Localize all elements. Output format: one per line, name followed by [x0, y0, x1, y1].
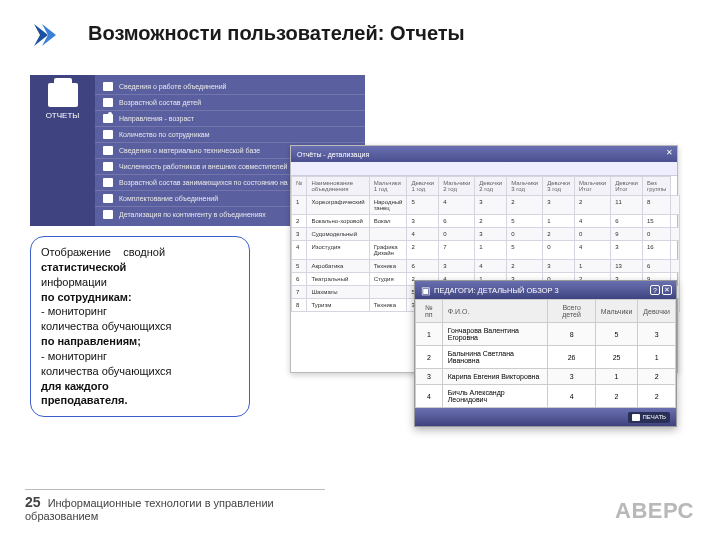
small-title: ПЕДАГОГИ: ДЕТАЛЬНЫЙ ОБЗОР 3 [434, 286, 559, 295]
printer-icon [103, 178, 113, 187]
wide-titlebar: Отчёты - детализация ✕ [291, 146, 677, 162]
wide-toolbar [291, 162, 677, 176]
report-item[interactable]: Направления - возраст [95, 111, 365, 127]
printer-icon [103, 82, 113, 91]
report-item[interactable]: Возрастной состав детей [95, 95, 365, 111]
footer-text: Информационные технологии в управлении о… [25, 497, 274, 522]
report-item-label: Детализация по контингенту в объединения… [119, 211, 266, 218]
report-item-label: Сведения о материально технической базе [119, 147, 260, 154]
page-title: Возможности пользователей: Отчеты [88, 22, 465, 45]
small-table: № ппФ.И.О.Всего детейМальчикиДевочки 1Го… [415, 299, 676, 408]
callout-text: Отображение [41, 246, 111, 258]
printer-icon [103, 130, 113, 139]
table-header: Мальчики Итог [575, 177, 611, 196]
table-header: Мальчики 1 год [369, 177, 407, 196]
table-header: Девочки 1 год [407, 177, 439, 196]
table-header: Мальчики 2 год [439, 177, 475, 196]
printer-icon [103, 162, 113, 171]
reports-label: ОТЧЕТЫ [46, 111, 80, 120]
report-item-label: Возрастной состав детей [119, 99, 201, 106]
reports-sidebar: ОТЧЕТЫ [30, 75, 95, 226]
report-item[interactable]: Сведения о работе объединений [95, 79, 365, 95]
wide-title: Отчёты - детализация [297, 151, 369, 158]
table-header: Девочки [638, 300, 676, 323]
slide-chevron-icon [30, 20, 60, 50]
report-item-label: Количество по сотрудникам [119, 131, 210, 138]
table-row: 2Балынина Светлана Ивановна26251 [416, 346, 676, 369]
description-callout: Отображение сводной статистической инфор… [30, 236, 250, 417]
table-row: 1ХореографическийНародный танец543232118 [292, 196, 680, 215]
printer-icon [48, 83, 78, 107]
report-item-label: Сведения о работе объединений [119, 83, 227, 90]
printer-icon [103, 146, 113, 155]
table-header: Девочки Итог [611, 177, 643, 196]
printer-icon [103, 194, 113, 203]
table-header: Ф.И.О. [442, 300, 548, 323]
table-header: Мальчики 3 год [507, 177, 543, 196]
table-header: Всего детей [548, 300, 595, 323]
report-item-label: Возрастной состав занимающихся по состоя… [119, 179, 288, 186]
table-header: Без группы [642, 177, 670, 196]
printer-icon [103, 210, 113, 219]
printer-icon [103, 98, 113, 107]
table-row: 3Судомодельный40302090 [292, 228, 680, 241]
brand-logo: АВЕРС [615, 498, 694, 524]
report-item[interactable]: Количество по сотрудникам [95, 127, 365, 143]
table-row: 4ИзостудияГрафика Дизайн271504316 [292, 241, 680, 260]
table-header: Девочки 2 год [475, 177, 507, 196]
close-icon[interactable]: ✕ [662, 285, 672, 295]
table-header: Девочки 3 год [543, 177, 575, 196]
table-row: 4Бичль Александр Леонидович422 [416, 385, 676, 408]
table-header: № [292, 177, 307, 196]
bullet-icon [108, 112, 112, 116]
small-footer: ПЕЧАТЬ [415, 408, 676, 426]
help-icon[interactable]: ? [650, 285, 660, 295]
report-item-label: Численность работников и внешних совмест… [119, 163, 287, 170]
table-row: 1Гончарова Валентина Егоровна853 [416, 323, 676, 346]
report-item-label: Комплектование объединений [119, 195, 218, 202]
doc-icon: ▣ [421, 285, 430, 296]
table-row: 3Карипа Евгения Викторовна312 [416, 369, 676, 385]
teachers-window: ▣ ПЕДАГОГИ: ДЕТАЛЬНЫЙ ОБЗОР 3 ? ✕ № ппФ.… [414, 280, 677, 427]
print-button[interactable]: ПЕЧАТЬ [628, 412, 670, 423]
small-titlebar: ▣ ПЕДАГОГИ: ДЕТАЛЬНЫЙ ОБЗОР 3 ? ✕ [415, 281, 676, 299]
table-row: 5АкробатикаТехника634231136 [292, 260, 680, 273]
table-header: Мальчики [595, 300, 638, 323]
table-header: Наименование объединения [307, 177, 369, 196]
close-icon[interactable]: ✕ [666, 148, 673, 157]
table-row: 2Вокально-хоровойВокал362514615 [292, 215, 680, 228]
report-item-label: Направления - возраст [119, 115, 194, 122]
slide-footer: 25 Информационные технологии в управлени… [25, 489, 325, 522]
page-number: 25 [25, 494, 41, 510]
table-header: № пп [416, 300, 443, 323]
